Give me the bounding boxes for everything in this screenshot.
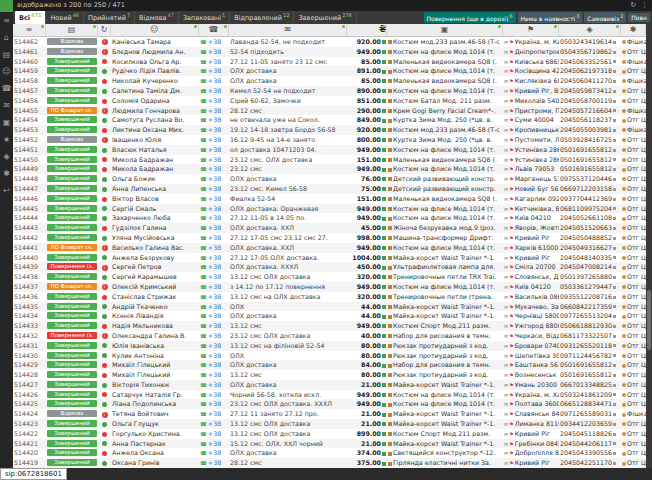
- status-badge[interactable]: Завершений: [47, 459, 97, 466]
- info-icon[interactable]: i: [102, 284, 108, 290]
- status-badge[interactable]: Завершений: [47, 165, 97, 172]
- status-badge[interactable]: Завершений: [47, 322, 97, 329]
- customer-name[interactable]: Надія Мельникова: [111, 321, 199, 331]
- product-name[interactable]: Набор для рисования в темн.: [393, 332, 491, 339]
- products-icon[interactable]: ▣: [0, 114, 13, 131]
- status-badge[interactable]: Завершений: [47, 77, 97, 84]
- ttn-icon[interactable]: ◈: [559, 24, 621, 36]
- customer-name[interactable]: Олексій Кримський: [111, 282, 199, 292]
- phone-link[interactable]: ☎+38: [199, 76, 229, 86]
- refresh-icon[interactable]: ↻: [630, 1, 636, 9]
- ttn-number[interactable]: 2045059873412: [559, 86, 621, 96]
- phone-link[interactable]: ☎+38: [199, 194, 229, 204]
- status-badge[interactable]: Завершений: [47, 371, 97, 378]
- order-id[interactable]: 514421: [13, 439, 46, 449]
- info-icon[interactable]: i: [102, 333, 108, 339]
- customer-name[interactable]: Микола Бадражан: [111, 155, 199, 165]
- product-name[interactable]: Маленькая видеокамера SQ8 (.: [393, 77, 497, 84]
- product-name[interactable]: Детский развивающий констр.: [393, 185, 496, 192]
- customer-name[interactable]: Анна Липенська: [111, 184, 199, 194]
- tab-Всі[interactable]: Всі471: [15, 11, 46, 23]
- customer-name[interactable]: Самотуга Руслана Во.: [111, 115, 199, 125]
- order-id[interactable]: 514426: [13, 390, 46, 400]
- customer-name[interactable]: Сергій Смаль: [111, 204, 199, 214]
- ttn-number[interactable]: 0977265513204: [559, 311, 621, 321]
- status-badge[interactable]: Повернення (з.: [47, 263, 97, 270]
- phone-link[interactable]: ☎+38: [199, 370, 229, 380]
- product-name[interactable]: Майка-корсет Waist Trainer *-1.: [393, 303, 495, 310]
- ttn-number[interactable]: 0501691655812: [559, 155, 621, 165]
- order-id[interactable]: 514443: [13, 223, 46, 233]
- wrench-icon[interactable]: ✱: [621, 24, 646, 36]
- phone-link[interactable]: ☎+38: [199, 37, 229, 47]
- product-name[interactable]: Набор для рисования в темн.: [393, 361, 491, 368]
- ttn-number[interactable]: 2045060411270: [559, 76, 621, 86]
- product-name[interactable]: Майка-корсет Waist Trainer *-1.: [393, 381, 495, 388]
- customer-name[interactable]: Василько Галина Вас.: [111, 243, 199, 253]
- status-badge[interactable]: Завершений: [47, 400, 97, 407]
- status-badge[interactable]: ПО Возврат ск.: [47, 283, 97, 290]
- product-name[interactable]: Куртка Зима Мод. 250 (*цв. в.: [393, 136, 492, 143]
- logout-icon[interactable]: ↩: [0, 182, 13, 199]
- info-icon[interactable]: i: [102, 245, 108, 251]
- order-id[interactable]: 514454: [13, 115, 46, 125]
- order-id[interactable]: 514419: [13, 458, 46, 468]
- phone-link[interactable]: ☎+38: [199, 429, 229, 439]
- tab-Прийнятий[interactable]: Прийнятий7: [84, 11, 135, 23]
- status-badge[interactable]: Завершений: [47, 214, 97, 221]
- info-icon[interactable]: i: [102, 265, 108, 271]
- order-id[interactable]: 514449: [13, 164, 46, 174]
- customer-name[interactable]: Ольга Глущук: [111, 419, 199, 429]
- status-badge[interactable]: Завершений: [47, 58, 97, 65]
- ttn-number[interactable]: 0975537120446: [559, 174, 621, 184]
- customer-name[interactable]: Захарченко Люба: [111, 213, 199, 223]
- vertical-scrollbar[interactable]: [646, 24, 652, 468]
- status-badge[interactable]: Завершений: [47, 293, 97, 300]
- ttn-number[interactable]: 0681109975204: [559, 204, 621, 214]
- status-pill-Повернення (ще в дорозі)[interactable]: Повернення (ще в дорозі)6: [424, 12, 516, 23]
- status-badge[interactable]: Завершений: [47, 254, 97, 261]
- delivery-icon[interactable]: ⚑: [503, 24, 559, 36]
- customer-name[interactable]: Ліана Подолинська: [111, 399, 199, 409]
- ttn-number[interactable]: 2045044206117: [559, 439, 621, 449]
- phone-link[interactable]: ☎+38: [199, 213, 229, 223]
- order-id[interactable]: 514455: [13, 106, 46, 116]
- status-badge[interactable]: Відмова: [47, 48, 97, 55]
- product-name[interactable]: Костюм Батал Мод. 211 разм.: [393, 97, 492, 104]
- status-pill-Повн[interactable]: Повн: [628, 13, 650, 22]
- ttn-number[interactable]: 0504356719862: [559, 47, 621, 57]
- order-id[interactable]: 514437: [13, 282, 46, 292]
- order-id[interactable]: 514461: [13, 47, 46, 57]
- ttn-number[interactable]: 0935512208716: [559, 292, 621, 302]
- scrollbar-thumb[interactable]: [647, 290, 651, 350]
- ttn-number[interactable]: 2045043390556: [559, 448, 621, 458]
- customer-name[interactable]: Анжела Безрукову: [111, 253, 199, 263]
- ttn-number[interactable]: 2045063352561: [559, 57, 621, 67]
- phone-link[interactable]: ☎+38: [199, 233, 229, 243]
- order-id[interactable]: 514430: [13, 351, 46, 361]
- tab-Відмова[interactable]: Відмова47: [135, 11, 179, 23]
- product-name[interactable]: Рюкзак протиударний з код.: [393, 352, 488, 359]
- phone-link[interactable]: ☎+38: [199, 360, 229, 370]
- status-badge[interactable]: Завершений: [47, 87, 97, 94]
- product-name[interactable]: Костюм мод.233 разм.46-58 (Т-с: [393, 126, 500, 133]
- order-id[interactable]: 514445: [13, 204, 46, 214]
- customer-name[interactable]: Салетина Таміла Дм.: [111, 86, 199, 96]
- customer-name[interactable]: Ликтина Оксана Мих.: [111, 125, 199, 135]
- customer-name[interactable]: Горгулько Христина.: [111, 429, 199, 439]
- ttn-number[interactable]: 2045051520663: [559, 223, 621, 233]
- product-name[interactable]: Майка-корсет Waist Trainer *-1.: [393, 254, 495, 261]
- product-name[interactable]: Костюм Спорт Мод.211 разм.: [393, 322, 490, 329]
- phone-link[interactable]: ☎+38: [199, 125, 229, 135]
- phone-link[interactable]: ☎+38: [199, 66, 229, 76]
- info-icon[interactable]: i: [102, 412, 108, 418]
- ttn-number[interactable]: 0503361279447: [559, 282, 621, 292]
- menu-icon[interactable]: ≡: [0, 12, 13, 29]
- customer-name[interactable]: Соломія Одарина: [111, 96, 199, 106]
- order-id[interactable]: 514435: [13, 302, 46, 312]
- phone-link[interactable]: ☎+38: [199, 145, 229, 155]
- order-id[interactable]: 514438: [13, 272, 46, 282]
- status-badge[interactable]: Завершений: [47, 361, 97, 368]
- sum-icon[interactable]: ₴: [347, 24, 387, 36]
- info-icon[interactable]: i: [102, 108, 108, 114]
